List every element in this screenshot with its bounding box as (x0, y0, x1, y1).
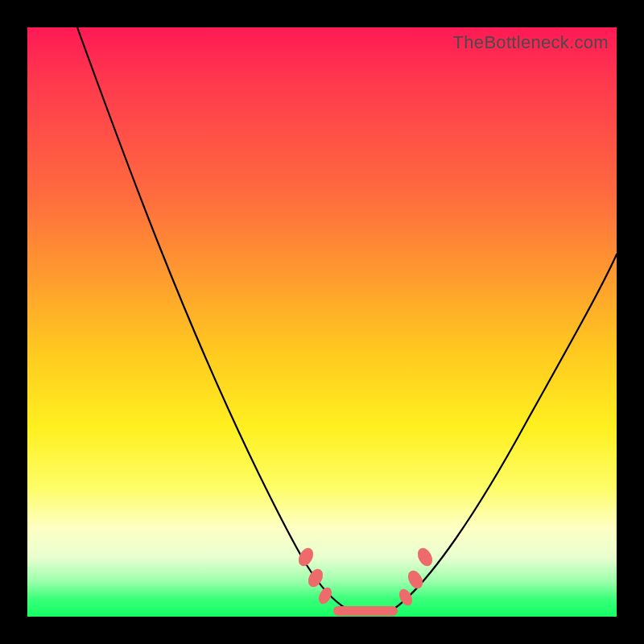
marker-dot (415, 546, 435, 569)
marker-dot (316, 585, 335, 606)
curve-layer (27, 27, 617, 617)
chart-frame: TheBottleneck.com (0, 0, 644, 644)
marker-dot (405, 568, 425, 592)
marker-dot (295, 546, 316, 569)
curve-left-branch (77, 27, 346, 609)
marker-flat-bar (333, 606, 398, 616)
marker-dot (305, 567, 325, 590)
plot-area: TheBottleneck.com (27, 27, 617, 617)
